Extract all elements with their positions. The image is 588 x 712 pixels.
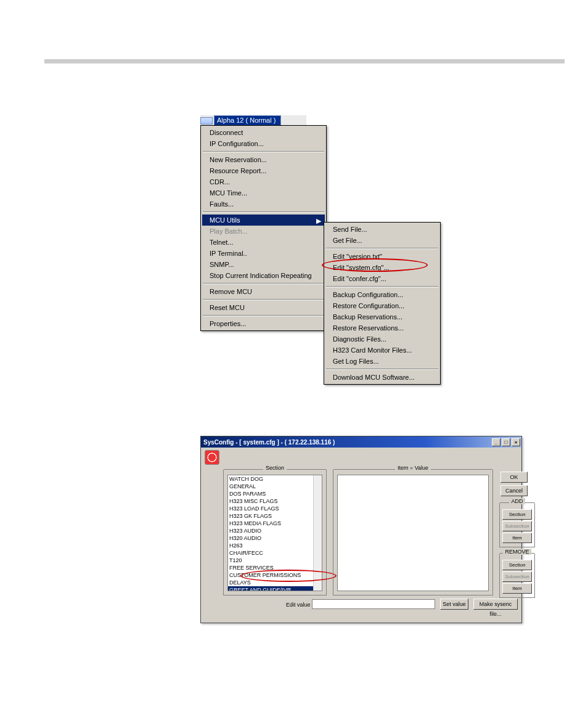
menu-item[interactable]: MCU Time... [202, 187, 325, 198]
menu-item[interactable]: Restore Reservations... [325, 322, 439, 333]
annotation-ellipse-edit-systemcfg [322, 258, 428, 272]
menu-item[interactable]: Send File... [325, 224, 439, 235]
group-section: Section WATCH DOGGENERALDOS PARAMSH323 M… [223, 470, 327, 595]
menu-item[interactable]: Play Batch... [202, 226, 325, 237]
remove-item-button[interactable]: Item [502, 583, 532, 594]
menu-item[interactable]: IP Terminal.. [202, 248, 325, 259]
mcu-icon [200, 117, 213, 125]
submenu-mcu-utils: Send File...Get File...Edit "version.txt… [324, 222, 441, 385]
remove-label: REMOVE [503, 549, 531, 555]
header-divider [44, 59, 565, 63]
section-item[interactable]: GREET AND GUIDE/IVR [228, 586, 322, 591]
ok-button[interactable]: OK [500, 472, 528, 483]
mcu-tree-node[interactable]: Alpha 12 ( Normal ) [200, 115, 306, 126]
menu-item[interactable]: Get File... [325, 235, 439, 246]
menu-item[interactable]: Faults... [202, 198, 325, 210]
menu-item[interactable]: MCU Utils▶ [202, 215, 325, 226]
menu-item[interactable]: H323 Card Monitor Files... [325, 345, 439, 356]
cancel-button[interactable]: Cancel [500, 485, 528, 496]
remove-section-button[interactable]: Section [502, 560, 532, 570]
group-item-value: Item = Value [333, 470, 493, 595]
section-item[interactable]: WATCH DOG [228, 475, 322, 483]
section-item[interactable]: H323 AUDIO [228, 527, 322, 534]
close-button[interactable]: × [512, 438, 520, 446]
mcu-label-text: Alpha 12 ( Normal ) [214, 115, 281, 126]
add-label: ADD [509, 498, 525, 504]
dialog-sysconfig: SysConfig - [ system.cfg ] - ( 172.22.13… [200, 436, 522, 623]
listbox-items[interactable] [337, 475, 489, 591]
remove-subsection-button[interactable]: Subsection [502, 571, 532, 582]
menu-item[interactable]: Edit "confer.cfg"... [325, 273, 439, 284]
menu-item[interactable]: Remove MCU [202, 286, 325, 297]
menu-item[interactable]: Backup Configuration... [325, 289, 439, 300]
menu-item[interactable]: Resource Report... [202, 165, 325, 176]
make-sysenc-file-button[interactable]: Make sysenc file... [473, 599, 518, 610]
chevron-right-icon: ▶ [316, 217, 321, 225]
menu-item[interactable]: Telnet... [202, 237, 325, 248]
section-item[interactable]: DOS PARAMS [228, 490, 322, 497]
figure-context-menu: Alpha 12 ( Normal ) DisconnectIP Configu… [200, 115, 443, 126]
group-section-label: Section [224, 465, 326, 471]
set-value-button[interactable]: Set value [440, 599, 468, 610]
window-title: SysConfig - [ system.cfg ] - ( 172.22.13… [203, 439, 491, 446]
menu-item[interactable]: SNMP... [202, 259, 325, 270]
context-menu-mcu: DisconnectIP Configuration...New Reserva… [200, 125, 327, 331]
menu-item[interactable]: CDR... [202, 176, 325, 187]
edit-value-label: Edit value [286, 602, 311, 608]
menu-item[interactable]: Properties... [202, 318, 325, 329]
section-item[interactable]: CHAIR/FECC [228, 549, 322, 557]
menu-item[interactable]: New Reservation... [202, 154, 325, 165]
section-item[interactable]: H320 AUDIO [228, 534, 322, 542]
menu-item[interactable]: Disconnect [202, 127, 325, 138]
titlebar: SysConfig - [ system.cfg ] - ( 172.22.13… [201, 436, 521, 448]
minimize-button[interactable]: _ [492, 438, 500, 446]
menu-item[interactable]: Diagnostic Files... [325, 333, 439, 345]
menu-item[interactable]: Download MCU Software... [325, 372, 439, 383]
menu-item[interactable]: Get Log Files... [325, 356, 439, 367]
menu-item[interactable]: IP Configuration... [202, 138, 325, 149]
edit-value-input[interactable] [312, 599, 435, 609]
section-item[interactable]: GENERAL [228, 483, 322, 490]
section-item[interactable]: H323 GK FLAGS [228, 512, 322, 520]
menu-item[interactable]: Reset MCU [202, 302, 325, 313]
section-item[interactable]: H323 MISC FLAGS [228, 497, 322, 505]
app-icon [205, 450, 219, 465]
section-item[interactable]: T120 [228, 557, 322, 564]
add-item-button[interactable]: Item [502, 533, 532, 543]
section-item[interactable]: H263 [228, 542, 322, 549]
menu-item[interactable]: Stop Current Indication Repeating [202, 270, 325, 281]
group-add: ADD Section Subsection Item [499, 503, 535, 547]
menu-item[interactable]: Restore Configuration... [325, 300, 439, 311]
section-item[interactable]: H323 LOAD FLAGS [228, 505, 322, 512]
annotation-ellipse-greet-guide [240, 570, 337, 582]
add-section-button[interactable]: Section [502, 509, 532, 520]
maximize-button[interactable]: □ [502, 438, 510, 446]
section-item[interactable]: H323 MEDIA FLAGS [228, 520, 322, 527]
menu-item[interactable]: Backup Reservations... [325, 311, 439, 322]
group-item-label: Item = Value [333, 465, 492, 471]
group-remove: REMOVE Section Subsection Item [499, 554, 535, 598]
add-subsection-button[interactable]: Subsection [502, 521, 532, 531]
